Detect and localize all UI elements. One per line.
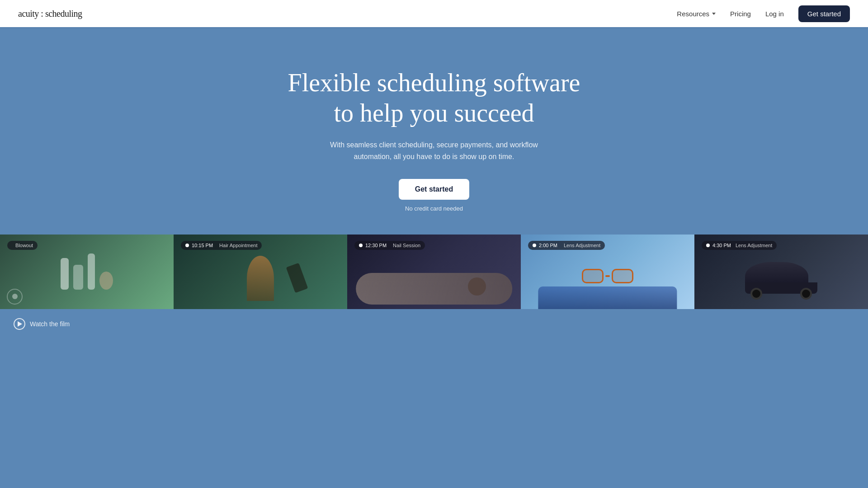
hero-get-started-button[interactable]: Get started <box>399 179 469 200</box>
no-credit-card-text: No credit card needed <box>405 205 463 212</box>
card-subject-1 <box>0 235 174 309</box>
nav-get-started-button[interactable]: Get started <box>798 5 850 22</box>
logo[interactable]: acuity : scheduling <box>18 9 82 19</box>
image-card-car: 4:30 PM Lens Adjustment <box>694 235 868 309</box>
resources-menu[interactable]: Resources <box>677 10 716 18</box>
nav-links: Resources Pricing Log in Get started <box>677 5 850 22</box>
pricing-link[interactable]: Pricing <box>730 10 751 18</box>
play-icon <box>14 318 25 330</box>
card-subject-2 <box>174 235 347 309</box>
watch-film-label: Watch the film <box>30 320 70 328</box>
hero-title: Flexible scheduling software to help you… <box>276 68 592 128</box>
navbar: acuity : scheduling Resources Pricing Lo… <box>0 0 868 27</box>
play-triangle-icon <box>18 321 22 327</box>
card-subject-3 <box>347 235 521 309</box>
hero-content: Flexible scheduling software to help you… <box>276 27 592 212</box>
login-link[interactable]: Log in <box>765 10 784 18</box>
watch-film-button[interactable]: Watch the film <box>0 309 868 330</box>
image-card-blowout: Blowout <box>0 235 174 309</box>
image-card-hair: 10:15 PM Hair Appointment <box>174 235 347 309</box>
hero-section: Flexible scheduling software to help you… <box>0 0 868 488</box>
image-card-nail: 12:30 PM Nail Session <box>347 235 521 309</box>
hero-subtitle: With seamless client scheduling, secure … <box>326 139 542 162</box>
card-subject-5 <box>694 235 868 309</box>
image-card-lens: 2:00 PM Lens Adjustment <box>521 235 694 309</box>
card-subject-4 <box>521 235 694 309</box>
image-strip: Blowout 10:15 PM Hair Appointme <box>0 235 868 309</box>
chevron-down-icon <box>712 13 716 15</box>
